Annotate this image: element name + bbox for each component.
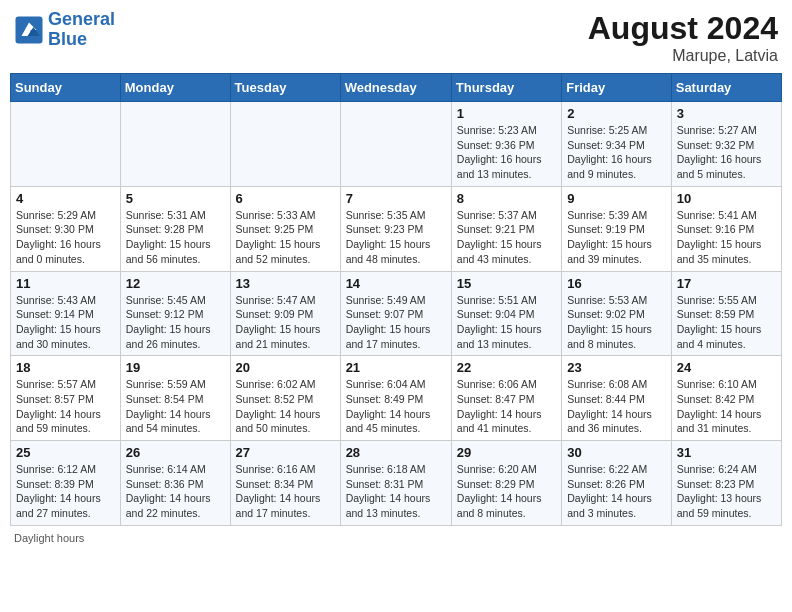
day-info: Sunrise: 6:18 AM Sunset: 8:31 PM Dayligh… (346, 462, 446, 521)
day-number: 8 (457, 191, 556, 206)
week-row-3: 11Sunrise: 5:43 AM Sunset: 9:14 PM Dayli… (11, 271, 782, 356)
day-cell: 5Sunrise: 5:31 AM Sunset: 9:28 PM Daylig… (120, 186, 230, 271)
day-cell: 22Sunrise: 6:06 AM Sunset: 8:47 PM Dayli… (451, 356, 561, 441)
day-info: Sunrise: 5:39 AM Sunset: 9:19 PM Dayligh… (567, 208, 666, 267)
day-cell: 3Sunrise: 5:27 AM Sunset: 9:32 PM Daylig… (671, 102, 781, 187)
day-cell: 8Sunrise: 5:37 AM Sunset: 9:21 PM Daylig… (451, 186, 561, 271)
day-cell: 4Sunrise: 5:29 AM Sunset: 9:30 PM Daylig… (11, 186, 121, 271)
col-header-saturday: Saturday (671, 74, 781, 102)
day-info: Sunrise: 5:51 AM Sunset: 9:04 PM Dayligh… (457, 293, 556, 352)
day-info: Sunrise: 6:20 AM Sunset: 8:29 PM Dayligh… (457, 462, 556, 521)
day-cell: 13Sunrise: 5:47 AM Sunset: 9:09 PM Dayli… (230, 271, 340, 356)
day-number: 16 (567, 276, 666, 291)
day-cell: 18Sunrise: 5:57 AM Sunset: 8:57 PM Dayli… (11, 356, 121, 441)
day-info: Sunrise: 5:37 AM Sunset: 9:21 PM Dayligh… (457, 208, 556, 267)
day-cell: 7Sunrise: 5:35 AM Sunset: 9:23 PM Daylig… (340, 186, 451, 271)
day-info: Sunrise: 6:08 AM Sunset: 8:44 PM Dayligh… (567, 377, 666, 436)
day-cell (120, 102, 230, 187)
day-info: Sunrise: 6:06 AM Sunset: 8:47 PM Dayligh… (457, 377, 556, 436)
day-number: 4 (16, 191, 115, 206)
day-cell (340, 102, 451, 187)
day-info: Sunrise: 5:27 AM Sunset: 9:32 PM Dayligh… (677, 123, 776, 182)
day-number: 14 (346, 276, 446, 291)
day-info: Sunrise: 6:04 AM Sunset: 8:49 PM Dayligh… (346, 377, 446, 436)
day-number: 28 (346, 445, 446, 460)
day-number: 26 (126, 445, 225, 460)
day-info: Sunrise: 5:55 AM Sunset: 8:59 PM Dayligh… (677, 293, 776, 352)
day-cell: 29Sunrise: 6:20 AM Sunset: 8:29 PM Dayli… (451, 441, 561, 526)
week-row-2: 4Sunrise: 5:29 AM Sunset: 9:30 PM Daylig… (11, 186, 782, 271)
day-number: 20 (236, 360, 335, 375)
day-cell: 23Sunrise: 6:08 AM Sunset: 8:44 PM Dayli… (562, 356, 672, 441)
week-row-4: 18Sunrise: 5:57 AM Sunset: 8:57 PM Dayli… (11, 356, 782, 441)
month-year-title: August 2024 (588, 10, 778, 47)
day-number: 13 (236, 276, 335, 291)
day-info: Sunrise: 6:10 AM Sunset: 8:42 PM Dayligh… (677, 377, 776, 436)
col-header-wednesday: Wednesday (340, 74, 451, 102)
day-cell: 11Sunrise: 5:43 AM Sunset: 9:14 PM Dayli… (11, 271, 121, 356)
day-number: 7 (346, 191, 446, 206)
day-cell: 14Sunrise: 5:49 AM Sunset: 9:07 PM Dayli… (340, 271, 451, 356)
day-cell: 26Sunrise: 6:14 AM Sunset: 8:36 PM Dayli… (120, 441, 230, 526)
day-number: 21 (346, 360, 446, 375)
day-number: 11 (16, 276, 115, 291)
day-cell: 17Sunrise: 5:55 AM Sunset: 8:59 PM Dayli… (671, 271, 781, 356)
day-info: Sunrise: 5:47 AM Sunset: 9:09 PM Dayligh… (236, 293, 335, 352)
day-cell: 21Sunrise: 6:04 AM Sunset: 8:49 PM Dayli… (340, 356, 451, 441)
day-info: Sunrise: 5:33 AM Sunset: 9:25 PM Dayligh… (236, 208, 335, 267)
title-block: August 2024 Marupe, Latvia (588, 10, 778, 65)
col-header-tuesday: Tuesday (230, 74, 340, 102)
day-cell: 24Sunrise: 6:10 AM Sunset: 8:42 PM Dayli… (671, 356, 781, 441)
day-info: Sunrise: 5:31 AM Sunset: 9:28 PM Dayligh… (126, 208, 225, 267)
day-info: Sunrise: 5:29 AM Sunset: 9:30 PM Dayligh… (16, 208, 115, 267)
logo: General Blue (14, 10, 115, 50)
day-cell: 28Sunrise: 6:18 AM Sunset: 8:31 PM Dayli… (340, 441, 451, 526)
day-info: Sunrise: 5:57 AM Sunset: 8:57 PM Dayligh… (16, 377, 115, 436)
day-number: 31 (677, 445, 776, 460)
footer-note: Daylight hours (10, 532, 782, 544)
day-cell: 2Sunrise: 5:25 AM Sunset: 9:34 PM Daylig… (562, 102, 672, 187)
day-info: Sunrise: 5:43 AM Sunset: 9:14 PM Dayligh… (16, 293, 115, 352)
col-header-thursday: Thursday (451, 74, 561, 102)
day-number: 9 (567, 191, 666, 206)
day-number: 19 (126, 360, 225, 375)
day-number: 22 (457, 360, 556, 375)
day-cell: 27Sunrise: 6:16 AM Sunset: 8:34 PM Dayli… (230, 441, 340, 526)
calendar-table: SundayMondayTuesdayWednesdayThursdayFrid… (10, 73, 782, 526)
day-number: 2 (567, 106, 666, 121)
day-cell: 6Sunrise: 5:33 AM Sunset: 9:25 PM Daylig… (230, 186, 340, 271)
week-row-5: 25Sunrise: 6:12 AM Sunset: 8:39 PM Dayli… (11, 441, 782, 526)
day-cell: 20Sunrise: 6:02 AM Sunset: 8:52 PM Dayli… (230, 356, 340, 441)
day-number: 1 (457, 106, 556, 121)
day-cell: 25Sunrise: 6:12 AM Sunset: 8:39 PM Dayli… (11, 441, 121, 526)
day-cell: 30Sunrise: 6:22 AM Sunset: 8:26 PM Dayli… (562, 441, 672, 526)
day-number: 15 (457, 276, 556, 291)
calendar-header-row: SundayMondayTuesdayWednesdayThursdayFrid… (11, 74, 782, 102)
day-number: 24 (677, 360, 776, 375)
day-info: Sunrise: 5:41 AM Sunset: 9:16 PM Dayligh… (677, 208, 776, 267)
day-number: 6 (236, 191, 335, 206)
day-cell: 31Sunrise: 6:24 AM Sunset: 8:23 PM Dayli… (671, 441, 781, 526)
day-number: 3 (677, 106, 776, 121)
day-number: 30 (567, 445, 666, 460)
week-row-1: 1Sunrise: 5:23 AM Sunset: 9:36 PM Daylig… (11, 102, 782, 187)
day-info: Sunrise: 5:25 AM Sunset: 9:34 PM Dayligh… (567, 123, 666, 182)
day-info: Sunrise: 5:23 AM Sunset: 9:36 PM Dayligh… (457, 123, 556, 182)
day-cell: 12Sunrise: 5:45 AM Sunset: 9:12 PM Dayli… (120, 271, 230, 356)
logo-icon (14, 15, 44, 45)
day-info: Sunrise: 5:53 AM Sunset: 9:02 PM Dayligh… (567, 293, 666, 352)
day-cell (11, 102, 121, 187)
day-cell: 10Sunrise: 5:41 AM Sunset: 9:16 PM Dayli… (671, 186, 781, 271)
day-number: 29 (457, 445, 556, 460)
col-header-sunday: Sunday (11, 74, 121, 102)
day-info: Sunrise: 6:14 AM Sunset: 8:36 PM Dayligh… (126, 462, 225, 521)
day-number: 5 (126, 191, 225, 206)
col-header-friday: Friday (562, 74, 672, 102)
col-header-monday: Monday (120, 74, 230, 102)
day-info: Sunrise: 5:45 AM Sunset: 9:12 PM Dayligh… (126, 293, 225, 352)
day-cell: 16Sunrise: 5:53 AM Sunset: 9:02 PM Dayli… (562, 271, 672, 356)
day-cell: 1Sunrise: 5:23 AM Sunset: 9:36 PM Daylig… (451, 102, 561, 187)
day-number: 17 (677, 276, 776, 291)
page-header: General Blue August 2024 Marupe, Latvia (10, 10, 782, 65)
day-info: Sunrise: 6:22 AM Sunset: 8:26 PM Dayligh… (567, 462, 666, 521)
